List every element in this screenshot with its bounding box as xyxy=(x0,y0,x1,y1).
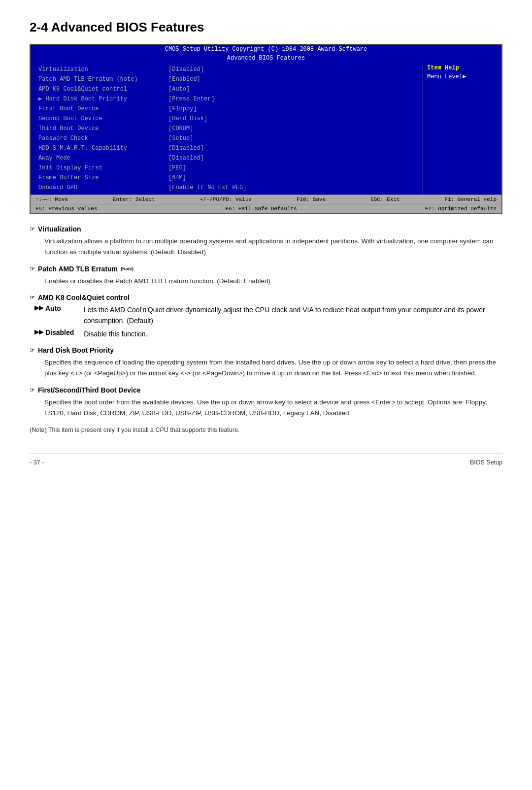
bios-header-line1: CMOS Setup Utility-Copyright (C) 1984-20… xyxy=(31,45,501,54)
section-arrow-icon: ☞ xyxy=(30,226,35,232)
bios-screen: CMOS Setup Utility-Copyright (C) 1984-20… xyxy=(30,44,502,214)
bios-sidebar-content: Menu Level► xyxy=(427,73,498,80)
bios-footer-save: F10: Save xyxy=(297,197,326,202)
section-arrow-icon: ☞ xyxy=(30,265,35,272)
section-arrow-icon: ☞ xyxy=(30,294,35,301)
bios-footer-select: Enter: Select xyxy=(113,197,155,202)
section-heading-text-first-second-third-boot-device: First/Second/Third Boot Device xyxy=(38,386,140,394)
section-patch-amd-tlb-erratum: ☞Patch AMD TLB Erratum(Note)Enables or d… xyxy=(30,265,502,287)
page-footer: - 37 - BIOS Setup xyxy=(30,454,502,466)
sub-item-desc: Lets the AMD Cool'n'Quiet driver dynamic… xyxy=(84,304,502,327)
section-heading-virtualization: ☞Virtualization xyxy=(30,225,502,233)
bios-footer2-failsafe: F6: Fail-Safe Defaults xyxy=(225,206,297,212)
section-heading-text-amd-k8-coolquiet: AMD K8 Cool&Quiet control xyxy=(38,294,130,301)
sub-item: ▶▶DisabledDisable this function. xyxy=(30,329,502,339)
bios-footer-value: +/-/PU/PD: Value xyxy=(200,197,252,202)
bios-row: Second Boot Device[Hard Disk] xyxy=(35,114,418,124)
bios-row: Init Display First[PEG] xyxy=(35,163,418,173)
bios-footer2-prev: F5: Previous Values xyxy=(35,206,97,212)
bios-footer2: F5: Previous Values F6: Fail-Safe Defaul… xyxy=(31,204,501,213)
section-body-first-second-third-boot-device: Specifies the boot order from the availa… xyxy=(30,397,502,419)
bios-sidebar: Item Help Menu Level► xyxy=(423,63,501,195)
section-heading-amd-k8-coolquiet: ☞AMD K8 Cool&Quiet control xyxy=(30,294,502,301)
bios-row: ▶ Hard Disk Boot Priority[Press Enter] xyxy=(35,94,418,104)
sections-container: ☞VirtualizationVirtualization allows a p… xyxy=(30,225,502,419)
bios-footer-help: F1: General Help xyxy=(444,197,497,202)
section-heading-hard-disk-boot-priority: ☞Hard Disk Boot Priority xyxy=(30,346,502,354)
bios-row: Away Mode[Disabled] xyxy=(35,153,418,163)
section-hard-disk-boot-priority: ☞Hard Disk Boot PrioritySpecifies the se… xyxy=(30,346,502,379)
bios-header-line2: Advanced BIOS Features xyxy=(31,54,501,63)
bios-footer-move: ↑↓→←: Move xyxy=(35,197,68,202)
page-number: - 37 - xyxy=(30,459,44,466)
bios-row: Virtualization[Disabled] xyxy=(35,65,418,74)
section-heading-text-patch-amd-tlb-erratum: Patch AMD TLB Erratum xyxy=(38,265,118,273)
section-first-second-third-boot-device: ☞First/Second/Third Boot DeviceSpecifies… xyxy=(30,386,502,419)
sub-item-label: ▶▶Disabled xyxy=(34,329,74,339)
bios-row: Frame Buffer Size[64M] xyxy=(35,173,418,183)
section-heading-text-hard-disk-boot-priority: Hard Disk Boot Priority xyxy=(38,346,114,354)
sub-item-label: ▶▶Auto xyxy=(34,304,74,327)
heading-note-sup: (Note) xyxy=(121,266,133,271)
footer-note: (Note) This item is present only if you … xyxy=(30,426,502,439)
bios-row: AMD K8 Cool&Quiet control[Auto] xyxy=(35,84,418,94)
section-heading-patch-amd-tlb-erratum: ☞Patch AMD TLB Erratum(Note) xyxy=(30,265,502,273)
section-heading-text-virtualization: Virtualization xyxy=(38,225,81,233)
section-heading-first-second-third-boot-device: ☞First/Second/Third Boot Device xyxy=(30,386,502,394)
sub-item: ▶▶AutoLets the AMD Cool'n'Quiet driver d… xyxy=(30,304,502,327)
section-body-patch-amd-tlb-erratum: Enables or disables the Patch AMD TLB Er… xyxy=(30,276,502,287)
sub-label-text: Disabled xyxy=(45,329,74,336)
bios-row: HDD S.M.A.R.T. Capability[Disabled] xyxy=(35,143,418,153)
double-arrow-icon: ▶▶ xyxy=(34,329,43,335)
bios-main-panel: Virtualization[Disabled]Patch AMD TLB Er… xyxy=(31,63,423,195)
bios-footer-esc: ESC: Exit xyxy=(370,197,399,202)
bios-row: Third Boot Device[CDROM] xyxy=(35,124,418,133)
bios-footer2-optimized: F7: Optimized Defaults xyxy=(425,206,497,212)
section-amd-k8-coolquiet: ☞AMD K8 Cool&Quiet control▶▶AutoLets the… xyxy=(30,294,502,339)
sub-label-text: Auto xyxy=(45,304,61,312)
section-body-virtualization: Virtualization allows a platform to run … xyxy=(30,236,502,258)
bios-row: Password Check[Setup] xyxy=(35,133,418,143)
bios-sidebar-title: Item Help xyxy=(427,65,498,71)
bios-row: First Boot Device[Floppy] xyxy=(35,104,418,114)
section-body-hard-disk-boot-priority: Specifies the sequence of loading the op… xyxy=(30,357,502,379)
section-arrow-icon: ☞ xyxy=(30,387,35,394)
page-title: 2-4 Advanced BIOS Features xyxy=(30,20,502,35)
page-right-label: BIOS Setup xyxy=(470,459,502,466)
bios-body: Virtualization[Disabled]Patch AMD TLB Er… xyxy=(31,63,501,195)
bios-footer: ↑↓→←: Move Enter: Select +/-/PU/PD: Valu… xyxy=(31,195,501,204)
sub-item-desc: Disable this function. xyxy=(84,329,502,339)
section-virtualization: ☞VirtualizationVirtualization allows a p… xyxy=(30,225,502,258)
bios-row: Onboard GPU[Enable If No Ext PEG] xyxy=(35,183,418,193)
double-arrow-icon: ▶▶ xyxy=(34,304,43,311)
section-arrow-icon: ☞ xyxy=(30,347,35,354)
bios-row: Patch AMD TLB Erratum (Note)[Enabled] xyxy=(35,74,418,84)
